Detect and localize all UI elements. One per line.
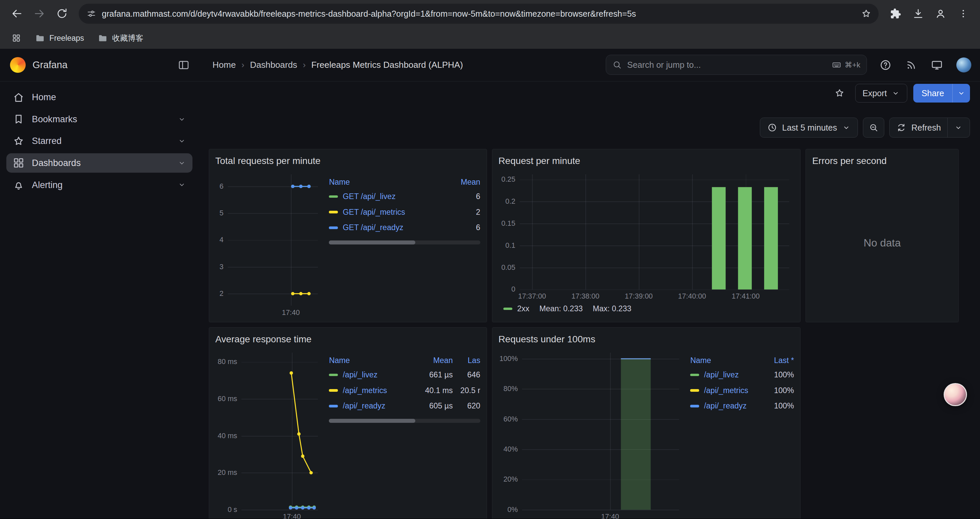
legend-header[interactable]: Las [453, 356, 480, 365]
refresh-interval-dropdown-icon[interactable] [954, 123, 963, 132]
legend-value: 620 [453, 401, 480, 410]
legend-scrollbar[interactable] [329, 419, 480, 423]
legend-value: 661 µs [412, 370, 453, 379]
breadcrumb-item[interactable]: Dashboards [250, 60, 297, 70]
bookmark-folder[interactable]: 收藏博客 [93, 31, 148, 45]
legend-value: 100% [759, 386, 794, 395]
scrollbar-thumb[interactable] [329, 241, 415, 244]
panel-total-requests-per-minute: Total requests per minute6543217:40NameM… [209, 149, 487, 322]
header-icons [879, 57, 971, 72]
panel-header[interactable]: Average response time [215, 331, 480, 348]
legend-row[interactable]: /api/_readyz605 µs620 [329, 398, 480, 414]
chevron-down-icon[interactable] [177, 159, 186, 167]
legend-header[interactable]: Last * [759, 356, 794, 365]
legend: NameMeanGET /api/_livez6GET /api/_metric… [323, 169, 480, 317]
extensions-icon[interactable] [885, 3, 906, 24]
sidebar-item-dashboards[interactable]: Dashboards [6, 153, 192, 172]
legend-row[interactable]: /api/_metrics40.1 ms20.5 r [329, 383, 480, 398]
share-button[interactable]: Share [913, 84, 970, 102]
apps-grid-icon[interactable] [7, 29, 25, 47]
display-icon[interactable] [931, 59, 943, 71]
legend-header[interactable]: Mean [412, 356, 453, 365]
sidebar-item-starred[interactable]: Starred [6, 131, 192, 151]
back-icon[interactable] [6, 3, 28, 24]
legend-value: 40.1 ms [412, 386, 453, 395]
series-name: GET /api/_metrics [343, 208, 405, 217]
sidebar-item-home[interactable]: Home [6, 88, 192, 107]
legend-header-name[interactable]: Name [329, 356, 411, 365]
bookmark-icon [12, 113, 25, 125]
dashboards-icon [12, 156, 25, 169]
legend-row[interactable]: GET /api/_readyz6 [329, 220, 480, 236]
favorite-star-icon[interactable] [830, 84, 849, 102]
sidebar-item-bookmarks[interactable]: Bookmarks [6, 110, 192, 129]
profile-icon[interactable] [930, 3, 951, 24]
refresh-button[interactable]: Refresh [889, 118, 970, 137]
legend: NameLast */api/_livez100%/api/_metrics10… [684, 348, 794, 519]
chart-average-response-time[interactable]: 80 ms60 ms40 ms20 ms0 s17:40 [215, 348, 323, 519]
sidebar-toggle-icon[interactable] [177, 59, 190, 71]
legend-row[interactable]: /api/_metrics100% [690, 383, 794, 398]
legend-row[interactable]: /api/_livez100% [690, 367, 794, 383]
reload-icon[interactable] [51, 3, 73, 24]
legend-value: 2 [442, 208, 480, 217]
legend-value: 6 [442, 192, 480, 201]
panel-title: Total requests per minute [215, 156, 321, 166]
dashboard-actions: Export Share [209, 83, 970, 104]
chart-requests-under-100ms[interactable]: 100%80%60%40%20%0%17:40 [498, 348, 684, 519]
legend-header[interactable]: Mean [442, 178, 480, 187]
floating-avatar[interactable] [943, 383, 967, 406]
chevron-down-icon[interactable] [177, 137, 186, 145]
series-name: /api/_metrics [343, 386, 387, 395]
scrollbar-thumb[interactable] [329, 419, 415, 423]
chevron-down-icon [842, 123, 851, 132]
export-button[interactable]: Export [855, 84, 907, 102]
search-input[interactable] [627, 60, 827, 70]
bookmarks-bar: Freeleaps收藏博客 [0, 27, 980, 49]
search-box[interactable]: ⌘+k [606, 55, 867, 75]
site-info-icon[interactable] [86, 9, 96, 19]
search-shortcut: ⌘+k [832, 60, 860, 70]
news-icon[interactable] [905, 59, 917, 71]
bookmark-folder[interactable]: Freeleaps [30, 31, 89, 45]
breadcrumb-item: Freeleaps Metrics Dashboard (ALPHA) [311, 60, 463, 70]
no-data-text: No data [864, 237, 901, 249]
chevron-down-icon[interactable] [177, 115, 186, 124]
sidebar-item-label: Home [32, 92, 56, 102]
legend-row[interactable]: GET /api/_livez6 [329, 189, 480, 204]
panel-header[interactable]: Request per minute [498, 153, 794, 169]
zoom-out-button[interactable] [863, 118, 884, 137]
chevron-down-icon[interactable] [177, 180, 186, 189]
menu-icon[interactable] [953, 3, 974, 24]
panel-header[interactable]: Total requests per minute [215, 153, 480, 169]
panel-header[interactable]: Requests under 100ms [498, 331, 794, 348]
share-dropdown-icon[interactable] [952, 84, 970, 102]
help-icon[interactable] [879, 59, 892, 71]
legend-stat: Max: 0.233 [593, 304, 632, 313]
sidebar-item-alerting[interactable]: Alerting [6, 175, 192, 195]
time-range-picker[interactable]: Last 5 minutes [760, 118, 858, 137]
legend-row[interactable]: /api/_livez661 µs646 [329, 367, 480, 383]
downloads-icon[interactable] [908, 3, 929, 24]
chart-total-requests-per-minute[interactable]: 6543217:40 [215, 169, 323, 317]
url-bar[interactable]: grafana.mathmast.com/d/deytv4rwavabkb/fr… [79, 4, 878, 24]
bookmark-label: Freeleaps [49, 34, 84, 43]
screen: grafana.mathmast.com/d/deytv4rwavabkb/fr… [0, 0, 980, 519]
legend-header-name[interactable]: Name [690, 356, 759, 365]
grafana-logo[interactable] [10, 57, 26, 73]
forward-icon[interactable] [29, 3, 50, 24]
bookmark-page-icon[interactable] [858, 5, 875, 22]
legend-row[interactable]: 2xx [503, 304, 529, 313]
user-avatar[interactable] [956, 57, 971, 72]
legend-row[interactable]: GET /api/_metrics2 [329, 204, 480, 220]
legend-row[interactable]: /api/_readyz100% [690, 398, 794, 414]
series-swatch [690, 389, 699, 391]
time-controls: Last 5 minutes Refresh [209, 118, 970, 137]
chart-request-per-minute[interactable]: 0.250.20.150.10.05017:37:0017:38:0017:39… [498, 169, 794, 300]
series-name: /api/_metrics [704, 386, 749, 395]
panel-header[interactable]: Errors per second [812, 153, 952, 169]
alerting-icon [12, 179, 25, 191]
legend-scrollbar[interactable] [329, 241, 480, 244]
breadcrumb-item[interactable]: Home [213, 60, 236, 70]
legend-header-name[interactable]: Name [329, 178, 441, 187]
